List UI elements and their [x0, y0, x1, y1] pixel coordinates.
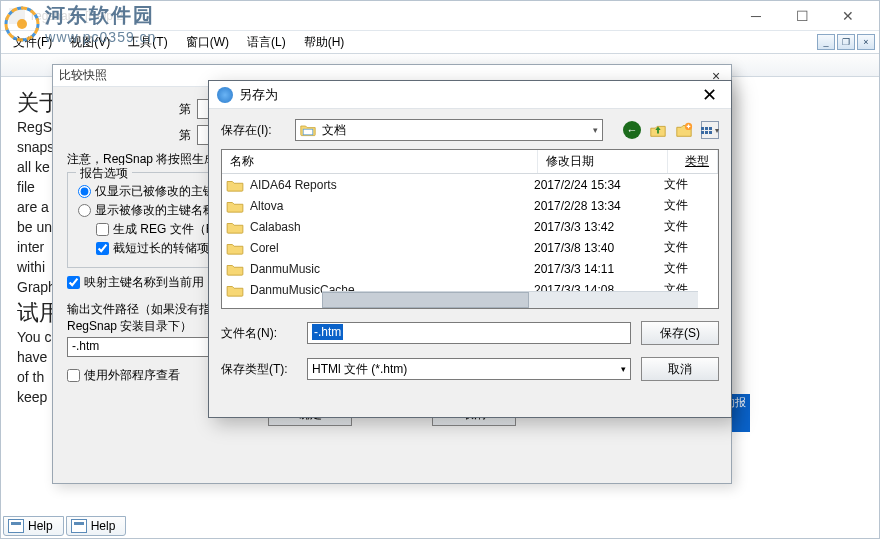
- menu-file[interactable]: 文件(F): [5, 32, 60, 53]
- filetype-value: HTMl 文件 (*.htm): [312, 361, 407, 378]
- mdi-restore-button[interactable]: ❐: [837, 34, 855, 50]
- folder-icon: [226, 178, 244, 192]
- save-as-dialog: 另存为 ✕ 保存在(I): 文档 ▾ ← ▾: [208, 80, 732, 418]
- first-snapshot-label: 第: [67, 101, 197, 118]
- file-name: Altova: [250, 199, 534, 213]
- up-one-level-icon[interactable]: [649, 121, 667, 139]
- menu-window[interactable]: 窗口(W): [178, 32, 237, 53]
- mdi-close-button[interactable]: ×: [857, 34, 875, 50]
- column-headers: 名称 修改日期 类型: [222, 150, 718, 174]
- checkbox-label: 使用外部程序查看: [84, 367, 180, 384]
- checkbox-gen-reg[interactable]: [96, 223, 109, 236]
- filename-input[interactable]: -.htm: [307, 322, 631, 344]
- folder-icon: [226, 220, 244, 234]
- chevron-down-icon: ▾: [621, 364, 626, 374]
- file-name: Calabash: [250, 220, 534, 234]
- col-type[interactable]: 类型: [668, 150, 718, 173]
- col-name[interactable]: 名称: [222, 150, 538, 173]
- file-type: 文件: [664, 260, 714, 277]
- file-name: AIDA64 Reports: [250, 178, 534, 192]
- file-name: DanmuMusic: [250, 262, 534, 276]
- location-value: 文档: [322, 122, 346, 139]
- window-title: regsnap - [Help:2]: [31, 9, 733, 23]
- filetype-select[interactable]: HTMl 文件 (*.htm) ▾: [307, 358, 631, 380]
- radio-label: 仅显示已被修改的主键: [95, 183, 215, 200]
- horizontal-scrollbar[interactable]: [322, 291, 698, 308]
- menu-lang[interactable]: 语言(L): [239, 32, 294, 53]
- list-item[interactable]: AIDA64 Reports2017/2/24 15:34文件: [222, 174, 718, 195]
- col-date[interactable]: 修改日期: [538, 150, 668, 173]
- save-in-label: 保存在(I):: [221, 122, 285, 139]
- close-button[interactable]: ✕: [825, 2, 871, 30]
- folder-icon: [300, 123, 316, 137]
- menu-help[interactable]: 帮助(H): [296, 32, 353, 53]
- list-item[interactable]: Altova2017/2/28 13:34文件: [222, 195, 718, 216]
- dialog-titlebar[interactable]: 另存为 ✕: [209, 81, 731, 109]
- tab-help-1[interactable]: Help: [3, 516, 64, 536]
- tab-label: Help: [91, 519, 116, 533]
- folder-icon: [226, 283, 244, 297]
- cancel-button[interactable]: 取消: [641, 357, 719, 381]
- mdi-minimize-button[interactable]: _: [817, 34, 835, 50]
- list-item[interactable]: DanmuMusic2017/3/3 14:11文件: [222, 258, 718, 279]
- file-date: 2017/3/8 13:40: [534, 241, 664, 255]
- new-folder-icon[interactable]: [675, 121, 693, 139]
- radio-label: 显示被修改的主键名称: [95, 202, 215, 219]
- app-icon: [9, 8, 25, 24]
- file-type: 文件: [664, 218, 714, 235]
- location-combo[interactable]: 文档 ▾: [295, 119, 603, 141]
- tab-help-2[interactable]: Help: [66, 516, 127, 536]
- checkbox-truncate[interactable]: [96, 242, 109, 255]
- globe-icon: [217, 87, 233, 103]
- checkbox-map-keys[interactable]: [67, 276, 80, 289]
- checkbox-label: 生成 REG 文件（R: [113, 221, 214, 238]
- file-list: 名称 修改日期 类型 AIDA64 Reports2017/2/24 15:34…: [221, 149, 719, 309]
- folder-icon: [226, 199, 244, 213]
- checkbox-external-viewer[interactable]: [67, 369, 80, 382]
- group-title: 报告选项: [76, 165, 132, 182]
- main-titlebar[interactable]: regsnap - [Help:2] ─ ☐ ✕: [1, 1, 879, 31]
- radio-show-all[interactable]: [78, 204, 91, 217]
- document-icon: [8, 519, 24, 533]
- close-icon[interactable]: ✕: [695, 84, 723, 106]
- folder-icon: [226, 262, 244, 276]
- file-type: 文件: [664, 176, 714, 193]
- file-date: 2017/2/28 13:34: [534, 199, 664, 213]
- radio-modified-only[interactable]: [78, 185, 91, 198]
- list-item[interactable]: Calabash2017/3/3 13:42文件: [222, 216, 718, 237]
- maximize-button[interactable]: ☐: [779, 2, 825, 30]
- list-item[interactable]: Corel2017/3/8 13:40文件: [222, 237, 718, 258]
- file-type: 文件: [664, 197, 714, 214]
- file-date: 2017/3/3 13:42: [534, 220, 664, 234]
- filename-value: -.htm: [312, 324, 343, 340]
- menu-tools[interactable]: 工具(T): [120, 32, 175, 53]
- checkbox-label: 映射主键名称到当前用: [84, 274, 204, 291]
- filetype-label: 保存类型(T):: [221, 361, 297, 378]
- file-date: 2017/3/3 14:11: [534, 262, 664, 276]
- file-date: 2017/2/24 15:34: [534, 178, 664, 192]
- menubar: 文件(F) 视图(V) 工具(T) 窗口(W) 语言(L) 帮助(H) _ ❐ …: [1, 31, 879, 53]
- chevron-down-icon: ▾: [593, 125, 598, 135]
- menu-view[interactable]: 视图(V): [62, 32, 118, 53]
- dialog-title: 另存为: [239, 86, 695, 104]
- folder-icon: [226, 241, 244, 255]
- bottom-tabs: Help Help: [3, 514, 128, 536]
- tab-label: Help: [28, 519, 53, 533]
- back-icon[interactable]: ←: [623, 121, 641, 139]
- filename-label: 文件名(N):: [221, 325, 297, 342]
- minimize-button[interactable]: ─: [733, 2, 779, 30]
- document-icon: [71, 519, 87, 533]
- checkbox-label: 截短过长的转储项: [113, 240, 209, 257]
- svg-rect-0: [303, 129, 313, 135]
- view-menu-icon[interactable]: ▾: [701, 121, 719, 139]
- file-type: 文件: [664, 239, 714, 256]
- scrollbar-thumb[interactable]: [322, 292, 529, 308]
- second-snapshot-label: 第: [67, 127, 197, 144]
- file-name: Corel: [250, 241, 534, 255]
- save-button[interactable]: 保存(S): [641, 321, 719, 345]
